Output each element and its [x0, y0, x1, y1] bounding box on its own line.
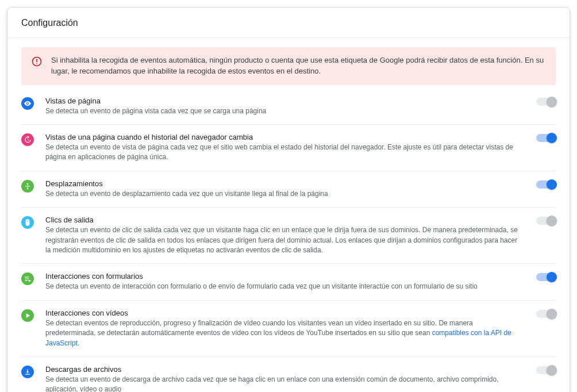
setting-desc: Se detecta un evento de página vista cad…	[45, 106, 521, 116]
setting-video-engagement: Interacciones con vídeos Se detectan eve…	[21, 300, 556, 356]
toggle-history-change-views[interactable]	[536, 134, 556, 142]
setting-title: Interacciones con formularios	[45, 272, 521, 280]
setting-desc: Se detecta un evento de clic de salida c…	[45, 225, 521, 255]
warning-alert: Si inhabilita la recogida de eventos aut…	[21, 47, 556, 85]
play-icon	[21, 309, 34, 322]
eye-icon	[21, 97, 34, 110]
setting-title: Descargas de archivos	[45, 365, 521, 374]
desc-text-before: Se detectan eventos de reproducción, pro…	[45, 319, 473, 337]
setting-title: Interacciones con vídeos	[45, 309, 521, 317]
setting-title: Vistas de una página cuando el historial…	[45, 133, 521, 141]
panel-body: Si inhabilita la recogida de eventos aut…	[7, 38, 570, 392]
setting-title: Vistas de página	[45, 97, 521, 105]
toggle-video-engagement[interactable]	[536, 310, 556, 318]
mouse-icon	[21, 216, 34, 229]
setting-page-views: Vistas de página Se detecta un evento de…	[21, 94, 556, 124]
svg-rect-1	[36, 59, 37, 62]
setting-title: Clics de salida	[45, 216, 521, 224]
setting-history-change-views: Vistas de una página cuando el historial…	[21, 124, 556, 171]
toggle-form-interactions[interactable]	[536, 273, 556, 281]
setting-title: Desplazamientos	[45, 179, 521, 188]
setting-desc: Se detecta un evento de vista de página …	[45, 143, 521, 163]
warning-icon	[30, 56, 43, 67]
settings-panel: Configuración Si inhabilita la recogida …	[7, 7, 570, 392]
setting-desc: Se detecta un evento de interacción con …	[45, 282, 521, 291]
setting-scrolls: Desplazamientos Se detecta un evento de …	[21, 171, 556, 207]
desc-text-after: .	[78, 339, 79, 347]
toggle-outbound-clicks[interactable]	[536, 217, 556, 225]
setting-form-interactions: Interacciones con formularios Se detecta…	[21, 263, 556, 299]
svg-rect-2	[36, 63, 37, 64]
toggle-page-views[interactable]	[536, 98, 556, 106]
toggle-scrolls[interactable]	[536, 180, 556, 189]
warning-text: Si inhabilita la recogida de eventos aut…	[51, 55, 547, 77]
download-icon	[21, 366, 34, 378]
form-icon	[21, 272, 34, 285]
history-icon	[21, 133, 34, 146]
scroll-icon	[21, 180, 34, 193]
setting-desc: Se detecta un evento de desplazamiento c…	[45, 189, 521, 199]
page-title: Configuración	[7, 7, 570, 38]
setting-outbound-clicks: Clics de salida Se detecta un evento de …	[21, 207, 556, 263]
toggle-file-downloads[interactable]	[536, 366, 556, 374]
setting-file-downloads: Descargas de archivos Se detecta un even…	[21, 356, 556, 392]
setting-desc: Se detectan eventos de reproducción, pro…	[45, 318, 521, 348]
setting-desc: Se detecta un evento de descarga de arch…	[45, 375, 521, 392]
